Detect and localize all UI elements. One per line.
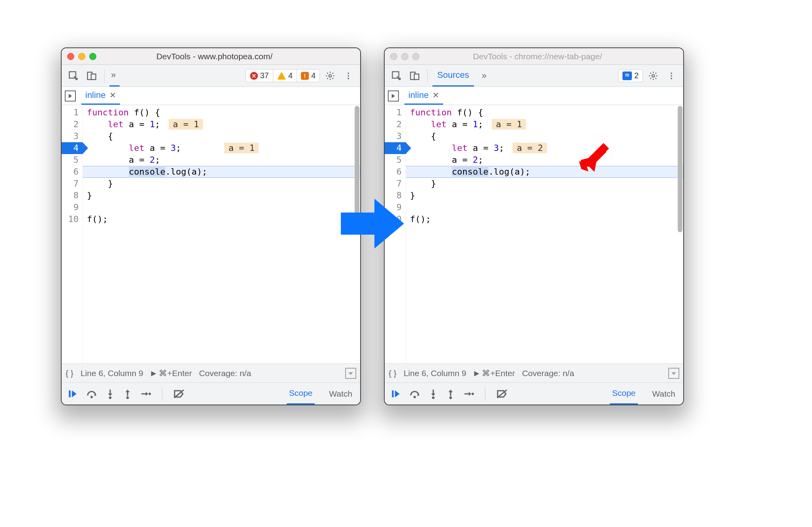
overflow-tabs-button[interactable]: » (109, 65, 120, 87)
line-number[interactable]: 5 (385, 154, 406, 166)
line-number[interactable]: 8 (62, 190, 83, 201)
step-out-button[interactable] (123, 389, 132, 399)
line-number[interactable]: 1 (385, 107, 406, 119)
overflow-tabs-button[interactable]: » (479, 71, 490, 81)
settings-button[interactable] (322, 68, 338, 84)
traffic-lights (390, 53, 419, 60)
file-tab-inline[interactable]: inline ✕ (81, 88, 120, 105)
zoom-window-button[interactable] (412, 53, 419, 60)
line-number[interactable]: 2 (385, 119, 406, 130)
minimize-window-button[interactable] (78, 53, 85, 60)
close-icon[interactable]: ✕ (109, 90, 116, 100)
svg-point-11 (148, 393, 151, 395)
file-tab-inline[interactable]: inline ✕ (404, 88, 443, 105)
zoom-window-button[interactable] (89, 53, 96, 60)
line-number[interactable]: 6 (385, 166, 406, 178)
issue-count: 2 (634, 71, 639, 80)
svg-point-4 (348, 72, 349, 74)
step-into-button[interactable] (429, 389, 438, 399)
code-editor[interactable]: 1 2 3 4 5 6 7 8 9 10 function f() { let … (62, 105, 360, 363)
console-badges[interactable]: ✕ 37 4 ! 4 (246, 69, 320, 82)
step-into-button[interactable] (106, 389, 115, 399)
scope-tab[interactable]: Scope (287, 383, 315, 405)
svg-point-19 (671, 72, 672, 74)
line-number[interactable]: 9 (62, 201, 83, 213)
step-over-button[interactable] (86, 389, 97, 399)
minimize-window-button[interactable] (401, 53, 408, 60)
editor-statusbar: { } Line 6, Column 9 ⌘+Enter Coverage: n… (385, 363, 683, 382)
console-badges[interactable]: 2 (618, 69, 643, 82)
deactivate-breakpoints-button[interactable] (173, 389, 184, 399)
scrollbar[interactable] (678, 106, 682, 232)
settings-button[interactable] (645, 68, 661, 84)
watch-tab[interactable]: Watch (650, 383, 678, 405)
window-title: DevTools - chrome://new-tab-page/ (423, 52, 652, 61)
execution-line-number[interactable]: 4 (385, 142, 406, 154)
svg-point-9 (109, 396, 112, 399)
line-number[interactable]: 3 (62, 130, 83, 142)
code-editor[interactable]: 1 2 3 4 5 6 7 8 9 10 function f() { let … (385, 105, 683, 363)
run-snippet-button[interactable]: ⌘+Enter (474, 369, 515, 378)
error-count-badge[interactable]: ✕ 37 (246, 70, 273, 82)
debugger-toolbar: Scope Watch (385, 382, 683, 405)
line-number[interactable]: 2 (62, 119, 83, 130)
more-menu-button[interactable] (340, 68, 356, 84)
step-button[interactable] (464, 390, 474, 398)
warning-icon (277, 72, 286, 80)
debugger-toolbar: Scope Watch (62, 382, 360, 405)
pretty-print-button[interactable]: { } (389, 369, 397, 378)
resume-button[interactable] (390, 389, 400, 399)
deactivate-breakpoints-button[interactable] (496, 389, 508, 399)
inline-value: a = 2 (513, 143, 547, 153)
callout-arrow-icon (577, 138, 612, 174)
svg-point-26 (472, 393, 474, 395)
editor-dropdown-icon[interactable] (345, 368, 356, 379)
line-number[interactable]: 7 (385, 178, 406, 190)
line-number[interactable]: 7 (62, 178, 83, 190)
step-out-button[interactable] (446, 389, 455, 399)
step-over-button[interactable] (409, 389, 420, 399)
close-window-button[interactable] (67, 53, 74, 60)
code-content[interactable]: function f() { let a = 1;a = 1 { let a =… (83, 105, 360, 363)
step-button[interactable] (141, 390, 151, 398)
message-icon (622, 72, 632, 80)
device-toggle-icon[interactable] (407, 68, 423, 84)
issue-count-badge[interactable]: 2 (618, 70, 643, 82)
line-number[interactable]: 6 (62, 166, 83, 178)
svg-point-25 (449, 396, 452, 399)
inline-value: a = 1 (492, 119, 526, 130)
devtools-tabbar: » ✕ 37 4 ! 4 (62, 65, 360, 87)
svg-rect-7 (69, 390, 70, 397)
issue-count-badge[interactable]: ! 4 (297, 70, 320, 82)
navigator-toggle-icon[interactable] (65, 90, 76, 102)
close-window-button[interactable] (390, 53, 397, 60)
scope-tab[interactable]: Scope (610, 383, 638, 405)
line-number[interactable]: 3 (385, 130, 406, 142)
inspect-element-icon[interactable] (66, 68, 81, 84)
editor-dropdown-icon[interactable] (668, 368, 679, 379)
error-count: 37 (260, 71, 269, 80)
code-content[interactable]: function f() { let a = 1;a = 1 { let a =… (406, 105, 683, 363)
watch-tab[interactable]: Watch (327, 383, 355, 405)
pretty-print-button[interactable]: { } (66, 369, 73, 378)
line-number[interactable]: 1 (62, 107, 83, 119)
device-toggle-icon[interactable] (84, 68, 100, 84)
inline-value: a = 1 (224, 143, 258, 153)
issue-icon: ! (301, 72, 309, 80)
sources-tab[interactable]: Sources (432, 65, 474, 87)
devtools-window-left: DevTools - www.photopea.com/ » ✕ 37 4 (61, 47, 361, 405)
more-menu-button[interactable] (664, 68, 679, 84)
line-gutter[interactable]: 1 2 3 4 5 6 7 8 9 10 (62, 105, 83, 363)
error-icon: ✕ (250, 72, 258, 80)
svg-point-18 (652, 74, 655, 77)
inspect-element-icon[interactable] (389, 68, 404, 84)
execution-line-number[interactable]: 4 (62, 142, 83, 154)
warning-count-badge[interactable]: 4 (273, 70, 297, 82)
window-title: DevTools - www.photopea.com/ (100, 52, 329, 61)
navigator-toggle-icon[interactable] (388, 90, 399, 102)
close-icon[interactable]: ✕ (432, 90, 439, 100)
run-snippet-button[interactable]: ⌘+Enter (150, 369, 192, 378)
resume-button[interactable] (67, 389, 77, 399)
line-number[interactable]: 10 (62, 213, 83, 225)
line-number[interactable]: 5 (62, 154, 83, 166)
